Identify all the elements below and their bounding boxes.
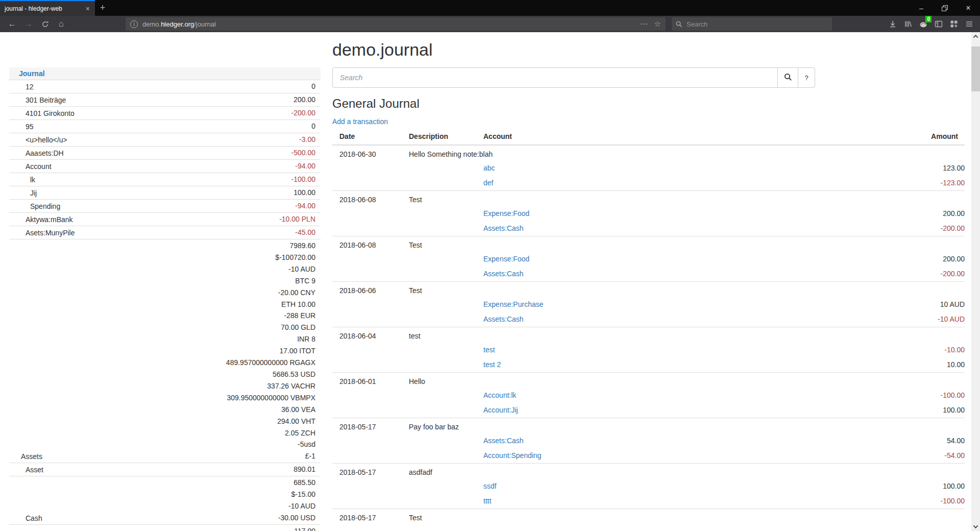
forward-button[interactable]: → [20, 17, 37, 31]
account-link[interactable]: Jij [30, 189, 37, 197]
posting-account-link[interactable]: def [483, 179, 493, 187]
posting-account-link[interactable]: Assets:Cash [483, 437, 524, 445]
posting-amount: -200.00 [792, 267, 965, 282]
posting-account-link[interactable]: Account:lk [483, 391, 517, 399]
posting-spacer [332, 494, 483, 509]
account-link[interactable]: 4101 Girokonto [26, 109, 75, 117]
transaction-description: Test [409, 282, 965, 298]
posting-account-link[interactable]: abc [483, 164, 495, 172]
balance-amount: -30.00 USD [137, 512, 315, 524]
search-help-button[interactable]: ? [798, 67, 815, 88]
library-icon[interactable] [900, 17, 916, 31]
posting-account-cell: Account:Jij [483, 403, 792, 418]
transaction-row[interactable]: 2018-06-30Hello Something note:blah [332, 145, 965, 161]
account-link[interactable]: Spending [30, 202, 60, 210]
account-link[interactable]: Cash [26, 514, 42, 522]
posting-account-link[interactable]: Expense:Purchase [483, 300, 544, 308]
account-link[interactable]: lk [30, 176, 35, 184]
posting-account-cell: Expense:Food [483, 206, 792, 221]
account-link[interactable]: 12 [26, 83, 34, 91]
posting-account-link[interactable]: ssdf [483, 482, 497, 490]
menu-icon[interactable] [962, 17, 977, 31]
window-controls: – × [910, 0, 980, 16]
page-scrollbar[interactable] [971, 32, 980, 531]
reload-button[interactable] [37, 17, 53, 31]
account-name-cell: 12 [9, 80, 137, 93]
sidebar-toggle-icon[interactable] [931, 17, 946, 31]
balance-amount: 36.00 VEA [137, 404, 315, 416]
account-balance: -3.00 [137, 133, 321, 147]
account-link[interactable]: Aaasets:DH [26, 149, 64, 157]
add-transaction-link[interactable]: Add a transaction [332, 117, 388, 126]
balance-amount: 100.00 [137, 187, 315, 199]
posting-account-link[interactable]: Assets:Cash [483, 224, 524, 232]
scrollbar-thumb[interactable] [971, 46, 980, 91]
url-bar[interactable]: i demo.hledger.org/journal ⋯ ☆ [126, 17, 666, 31]
transaction-row[interactable]: 2018-05-17Pay foo bar baz [332, 418, 965, 434]
balance-amount: -200.00 [137, 107, 315, 119]
posting-account-link[interactable]: test [483, 346, 495, 354]
restore-icon [942, 5, 948, 11]
account-link[interactable]: Aktywa:mBank [26, 215, 73, 224]
transaction-row[interactable]: 2018-06-08Test [332, 191, 965, 207]
transaction-row[interactable]: 2018-06-08Test [332, 236, 965, 252]
posting-amount: 10.00 [792, 357, 965, 373]
account-link[interactable]: Account [26, 162, 52, 171]
posting-account-link[interactable]: Assets:Cash [483, 315, 524, 323]
posting-account-link[interactable]: Expense:Food [483, 255, 529, 263]
restore-button[interactable] [933, 0, 957, 16]
transaction-row[interactable]: 2018-06-01Hello [332, 373, 965, 389]
posting-account-cell: test [483, 343, 792, 357]
posting-account-link[interactable]: Assets:Cash [483, 270, 524, 278]
account-name-cell: Assets [9, 239, 137, 463]
grid-add-icon[interactable] [946, 17, 962, 31]
journal-search-input[interactable] [332, 67, 778, 88]
bookmark-star-icon[interactable]: ☆ [654, 19, 661, 29]
posting-amount: -123.00 [792, 176, 965, 191]
posting-account-link[interactable]: tttt [483, 497, 492, 505]
account-link[interactable]: Assets [21, 452, 42, 461]
posting-amount: 123.00 [792, 161, 965, 176]
account-link[interactable]: Asset [26, 466, 43, 474]
account-row: lk-100.00 [9, 173, 321, 186]
tab-close-icon[interactable]: × [84, 5, 91, 13]
balance-amount: £-1 [137, 450, 315, 462]
account-link[interactable]: 301 Beiträge [26, 96, 66, 104]
transaction-row[interactable]: 2018-05-17Test [332, 509, 965, 525]
search-submit-button[interactable] [777, 67, 798, 88]
posting-amount: -200.00 [792, 221, 965, 236]
account-balance: -117.00 [137, 524, 321, 531]
transaction-row[interactable]: 2018-06-06Test [332, 282, 965, 298]
browser-search-box[interactable] [672, 17, 832, 31]
home-button[interactable]: ⌂ [53, 17, 69, 31]
scroll-down-arrow[interactable] [971, 522, 980, 531]
posting-row: def-123.00 [332, 176, 965, 191]
browser-tab[interactable]: journal - hledger-web × [0, 0, 95, 16]
journal-link[interactable]: Journal [19, 69, 45, 78]
scroll-up-arrow[interactable] [971, 32, 980, 41]
transaction-row[interactable]: 2018-05-17asdfadf [332, 464, 965, 479]
back-button[interactable]: ← [4, 17, 20, 31]
page-actions-icon[interactable]: ⋯ [641, 19, 648, 29]
balance-amount: 17.00 ITOT [137, 345, 315, 357]
posting-account-link[interactable]: test 2 [483, 360, 501, 369]
account-link[interactable]: <u>hello</u> [26, 136, 67, 144]
minimize-button[interactable]: – [910, 0, 933, 16]
close-window-button[interactable]: × [957, 0, 980, 16]
balance-amount: -94.00 [137, 200, 315, 212]
browser-search-input[interactable] [687, 20, 809, 28]
posting-account-link[interactable]: Account:Spending [483, 451, 542, 460]
section-title: General Journal [332, 96, 965, 111]
account-link[interactable]: Asets:MunyPile [26, 229, 75, 237]
extension-icon[interactable]: 0 [916, 17, 931, 31]
posting-account-link[interactable]: Expense:Food [483, 209, 529, 218]
posting-account-link[interactable]: Account:Jij [483, 406, 518, 414]
main-content: demo.journal ? General Journal Add a tra… [332, 32, 965, 524]
account-link[interactable]: 95 [26, 123, 34, 131]
posting-amount: -54.00 [792, 448, 965, 464]
site-info-icon[interactable]: i [130, 20, 138, 28]
transaction-row[interactable]: 2018-06-04test [332, 327, 965, 343]
new-tab-button[interactable]: + [95, 0, 110, 16]
balance-amount: 2.05 ZCH [137, 427, 315, 439]
download-icon[interactable] [885, 17, 900, 31]
